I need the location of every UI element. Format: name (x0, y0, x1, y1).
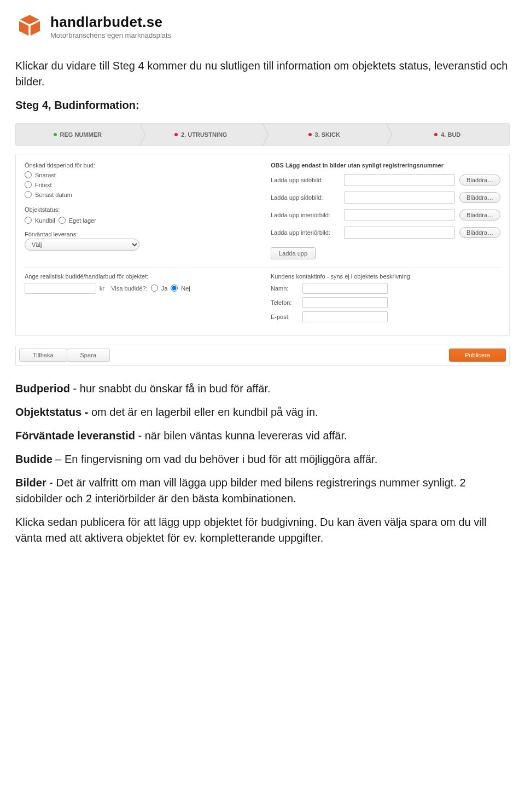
upload-side-label-2: Ladda upp sidobild: (271, 194, 340, 201)
radio-show-no[interactable]: Nej (171, 285, 190, 292)
brand-subtitle: Motorbranschens egen marknadsplats (50, 31, 171, 39)
form-footer: Tillbaka Spara Publicera (15, 345, 510, 366)
contact-name-label: Namn: (271, 285, 298, 292)
intro-paragraph: Klickar du vidare till Steg 4 kommer du … (15, 58, 510, 90)
kr-label: kr (100, 285, 104, 292)
explain-line-4: Budide – En fingervisning om vad du behö… (15, 451, 510, 467)
dot-icon (174, 133, 178, 136)
period-label: Önskad tidsperiod för bud: (25, 162, 254, 169)
step-skick[interactable]: 3. SKICK (262, 124, 386, 146)
dot-icon (308, 133, 312, 136)
step-utrustning[interactable]: 2. UTRUSTNING (139, 124, 263, 146)
intro-heading: Steg 4, Budinformation: (15, 99, 139, 111)
radio-fritext[interactable]: Fritext (25, 181, 254, 188)
back-button[interactable]: Tillbaka (19, 349, 67, 362)
explain-line-5: Bilder - Det är valfritt om man vill läg… (15, 475, 510, 507)
upload-side-input-1[interactable] (344, 174, 455, 186)
save-button[interactable]: Spara (67, 349, 110, 362)
contact-email-input[interactable] (302, 311, 388, 322)
form-screenshot: REG NUMMER 2. UTRUSTNING 3. SKICK 4. BUD… (15, 123, 510, 366)
upload-interior-input-2[interactable] (344, 227, 455, 239)
bidide-input[interactable] (25, 283, 96, 294)
bidide-label: Ange realistisk budidé/handlarbud för ob… (25, 273, 254, 280)
explain-line-1: Budperiod - hur snabbt du önskar få in b… (15, 381, 510, 397)
contact-header: Kundens kontaktinfo - syns ej i objektet… (271, 273, 500, 280)
step-regnummer[interactable]: REG NUMMER (16, 124, 139, 146)
radio-snarast[interactable]: Snarast (25, 171, 254, 178)
expected-label: Förväntad leverans: (25, 231, 254, 237)
upload-interior-label: Ladda upp interiörbild: (271, 212, 340, 218)
upload-side-label: Ladda upp sidobild: (271, 177, 340, 183)
status-label: Objektstatus: (25, 206, 254, 213)
explain-line-6: Klicka sedan publicera för att lägg upp … (15, 514, 510, 546)
browse-button[interactable]: Bläddra… (459, 192, 500, 203)
upload-interior-input-1[interactable] (344, 209, 455, 221)
radio-show-yes[interactable]: Ja (151, 285, 168, 292)
dot-icon (434, 133, 438, 136)
step-bud[interactable]: 4. BUD (386, 124, 510, 146)
show-bidide-label: Visa budidé?: (111, 285, 147, 292)
explain-line-2: Objektstatus - om det är en lagerbil ell… (15, 404, 510, 420)
svg-marker-2 (31, 21, 40, 36)
form-stepper: REG NUMMER 2. UTRUSTNING 3. SKICK 4. BUD (15, 123, 510, 146)
upload-button[interactable]: Ladda upp (271, 247, 316, 259)
svg-marker-1 (19, 21, 28, 36)
browse-button[interactable]: Bläddra… (459, 210, 500, 221)
expected-delivery-select[interactable]: Välj (25, 239, 139, 251)
contact-phone-label: Telefon: (271, 299, 298, 306)
site-header: handlarbudet.se Motorbranschens egen mar… (15, 9, 510, 50)
radio-kundbil[interactable]: Kundbil (25, 217, 55, 224)
contact-name-input[interactable] (302, 283, 388, 294)
contact-phone-input[interactable] (302, 297, 388, 308)
upload-interior-label-2: Ladda upp interiörbild: (271, 229, 340, 236)
browse-button[interactable]: Bläddra… (459, 227, 500, 238)
upload-notice: OBS Lägg endast in bilder utan synligt r… (271, 162, 500, 169)
contact-email-label: E-post: (271, 314, 298, 320)
dot-icon (54, 133, 57, 136)
browse-button[interactable]: Bläddra… (459, 175, 500, 185)
brand-title: handlarbudet.se (50, 14, 171, 31)
upload-side-input-2[interactable] (344, 192, 455, 204)
radio-eget-lager[interactable]: Eget lager (59, 217, 96, 224)
explain-line-3: Förväntade leveranstid - när bilen vänta… (15, 428, 510, 444)
logo-icon (15, 12, 44, 40)
publish-button[interactable]: Publicera (449, 349, 506, 362)
radio-senast[interactable]: Senast datum (25, 191, 254, 198)
